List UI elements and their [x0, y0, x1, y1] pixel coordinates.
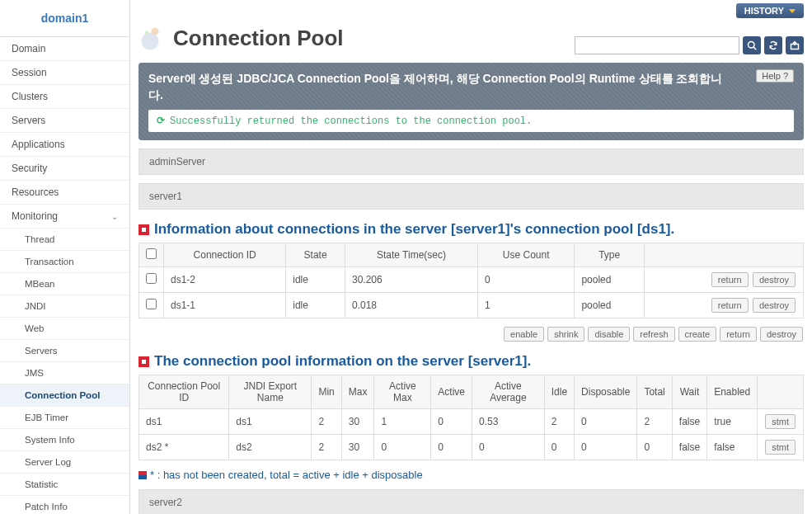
dropdown-icon [789, 9, 796, 13]
sidebar-sub-mbean[interactable]: MBean [0, 273, 129, 295]
export-icon[interactable] [786, 36, 804, 54]
cell: 1 [477, 293, 574, 318]
col-header: Connection Pool ID [139, 375, 229, 409]
col-header: Idle [544, 375, 574, 409]
note-text: * : has not been created, total = active… [150, 469, 423, 481]
cell: 0 [431, 409, 472, 435]
col-header: Total [637, 375, 672, 409]
col-header: Active [431, 375, 472, 409]
cell: 0 [575, 409, 637, 435]
sidebar-item-applications[interactable]: Applications [0, 133, 129, 157]
sidebar-item-security[interactable]: Security [0, 157, 129, 181]
col-header: Active Average [472, 375, 545, 409]
search-input[interactable] [575, 36, 739, 54]
sidebar-sub-ejb-timer[interactable]: EJB Timer [0, 407, 129, 429]
banner-text: Server에 생성된 JDBC/JCA Connection Pool을 제어… [148, 71, 794, 103]
section-icon [138, 356, 149, 367]
cell: false [672, 409, 706, 435]
sidebar-sub-jndi[interactable]: JNDI [0, 295, 129, 318]
conn-section-title: Information about connections in the ser… [154, 221, 674, 238]
col-header: State Time(sec) [345, 243, 477, 267]
refresh-icon[interactable] [764, 36, 782, 54]
create-button[interactable]: create [678, 327, 717, 342]
history-label: HISTORY [744, 6, 784, 16]
col-header: Disposable [575, 375, 637, 409]
server-bar-admin[interactable]: adminServer [138, 149, 804, 175]
svg-point-0 [749, 42, 755, 49]
sidebar-sub-system-info[interactable]: System Info [0, 429, 129, 451]
cell: 0.018 [345, 293, 477, 318]
cell: ds1 [229, 409, 312, 435]
cell: 0 [575, 435, 637, 460]
sidebar-sub-jms[interactable]: JMS [0, 362, 129, 384]
sidebar-item-servers[interactable]: Servers [0, 109, 129, 133]
sidebar-sub-thread[interactable]: Thread [0, 229, 129, 251]
col-header: Enabled [707, 375, 758, 409]
server-bar-server2[interactable]: server2 [138, 489, 804, 514]
cell: 2 [544, 409, 574, 435]
shrink-button[interactable]: shrink [547, 327, 584, 342]
table-row: ds1-1 idle 0.018 1 pooled return destroy [139, 293, 804, 318]
cell: ds1-1 [164, 293, 286, 318]
col-header: Min [312, 375, 341, 409]
cell: 1 [374, 409, 431, 435]
sidebar-sub-web[interactable]: Web [0, 318, 129, 340]
select-all-checkbox[interactable] [146, 248, 157, 259]
col-header: Wait [672, 375, 706, 409]
cell: 30 [341, 409, 374, 435]
col-header [758, 375, 804, 409]
sidebar-item-session[interactable]: Session [0, 61, 129, 85]
cell: 0 [544, 435, 574, 460]
history-button[interactable]: HISTORY [736, 3, 804, 18]
sidebar-sub-server-log[interactable]: Server Log [0, 451, 129, 474]
refresh-button[interactable]: refresh [633, 327, 674, 342]
sidebar-sub-servers[interactable]: Servers [0, 340, 129, 362]
cell: 2 [312, 409, 341, 435]
sidebar-sub-patch-info[interactable]: Patch Info [0, 496, 129, 514]
sidebar-item-domain[interactable]: Domain [0, 37, 129, 61]
destroy-button[interactable]: destroy [760, 327, 803, 342]
row-checkbox[interactable] [146, 299, 157, 309]
return-button[interactable]: return [720, 327, 757, 342]
sidebar-sub-statistic[interactable]: Statistic [0, 474, 129, 496]
stmt-button[interactable]: stmt [765, 414, 796, 429]
return-button[interactable]: return [711, 298, 749, 313]
cell: 0 [374, 435, 431, 460]
disable-button[interactable]: disable [588, 327, 630, 342]
success-icon: ⟳ [157, 115, 165, 127]
cell: ds2 [229, 435, 312, 460]
sidebar-item-monitoring[interactable]: Monitoring ⌄ [0, 205, 129, 229]
cell: ds2 * [139, 435, 229, 460]
cell: 0 [431, 435, 472, 460]
enable-button[interactable]: enable [504, 327, 544, 342]
table-row: ds2 * ds2 2 30 0 0 0 0 0 0 false false s… [139, 435, 804, 460]
return-button[interactable]: return [711, 272, 749, 287]
search-icon[interactable] [743, 36, 761, 54]
cell: pooled [575, 293, 645, 318]
cell: ds1-2 [164, 267, 286, 293]
row-checkbox[interactable] [146, 273, 157, 284]
sidebar-sub-connection-pool[interactable]: Connection Pool [0, 384, 129, 407]
table-row: ds1-2 idle 30.206 0 pooled return destro… [139, 267, 804, 293]
pool-section-title: The connection pool information on the s… [154, 353, 531, 370]
sidebar-item-label: Monitoring [12, 210, 58, 222]
destroy-button[interactable]: destroy [753, 272, 796, 287]
sidebar-sub-transaction[interactable]: Transaction [0, 251, 129, 273]
sidebar-item-resources[interactable]: Resources [0, 181, 129, 205]
destroy-button[interactable]: destroy [753, 298, 796, 313]
domain-header[interactable]: domain1 [0, 0, 129, 37]
cell: 0 [477, 267, 574, 293]
note-flag-icon [138, 471, 147, 479]
stmt-button[interactable]: stmt [765, 440, 796, 455]
cell: 30.206 [345, 267, 477, 293]
cell: true [707, 409, 758, 435]
section-icon [138, 224, 149, 235]
svg-line-1 [753, 47, 756, 50]
server-bar-server1[interactable]: server1 [138, 183, 804, 210]
col-header: JNDI Export Name [229, 375, 312, 409]
cell: false [672, 435, 706, 460]
help-button[interactable]: Help ? [756, 69, 794, 83]
table-row: ds1 ds1 2 30 1 0 0.53 2 0 2 false true s… [139, 409, 804, 435]
col-header: Type [575, 243, 645, 267]
sidebar-item-clusters[interactable]: Clusters [0, 85, 129, 109]
